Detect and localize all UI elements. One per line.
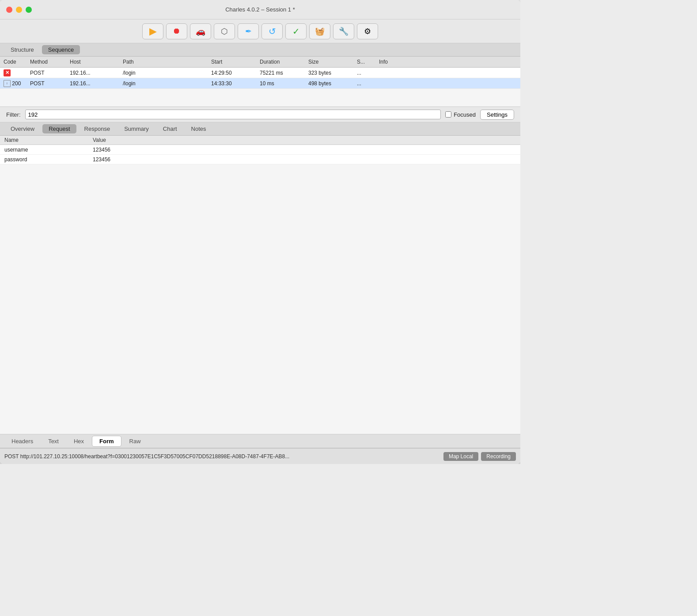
- detail-table: Name Value username 123456 password 1234…: [0, 136, 520, 164]
- status-url: POST http://101.227.10.25:10008/heartbea…: [4, 453, 441, 460]
- cell-host-1: 192.16...: [66, 69, 119, 77]
- col-start: Start: [208, 58, 256, 66]
- window-controls: [6, 7, 32, 13]
- basket-btn[interactable]: 🧺: [309, 23, 330, 39]
- focused-checkbox[interactable]: [445, 111, 451, 118]
- col-path: Path: [119, 58, 208, 66]
- detail-value-2: 123456: [88, 156, 520, 164]
- maximize-button[interactable]: [26, 7, 32, 13]
- table-row[interactable]: ✕ POST 192.16... /login 14:29:50 75221 m…: [0, 68, 520, 78]
- col-size: Size: [305, 58, 353, 66]
- cell-method-1: POST: [27, 69, 66, 77]
- table-header: Code Method Host Path Start Duration Siz…: [0, 57, 520, 68]
- statusbar: POST http://101.227.10.25:10008/heartbea…: [0, 448, 520, 464]
- col-host: Host: [66, 58, 119, 66]
- tools-btn[interactable]: 🔧: [333, 23, 354, 39]
- gear-btn[interactable]: ⚙: [357, 23, 378, 39]
- detail-value-1: 123456: [88, 146, 520, 154]
- tab-response[interactable]: Response: [78, 124, 117, 133]
- tab-form[interactable]: Form: [92, 436, 121, 447]
- tab-chart[interactable]: Chart: [157, 124, 183, 133]
- cell-code-2: i 200: [0, 79, 27, 88]
- filter-label: Filter:: [6, 111, 21, 118]
- pointer-btn[interactable]: ▶: [142, 23, 163, 39]
- main-spacer: [0, 164, 520, 434]
- toolbar: ▶ ⏺ 🚗 ⬡ ✒ ↺ ✓ 🧺 🔧 ⚙: [0, 19, 520, 43]
- cell-method-2: POST: [27, 80, 66, 87]
- cell-path-1: /login: [119, 69, 208, 77]
- cell-info-1: [375, 72, 520, 74]
- cell-path-2: /login: [119, 80, 208, 87]
- cell-s-2: ...: [353, 80, 375, 87]
- filter-bar: Filter: Focused Settings: [0, 106, 520, 122]
- table-body: ✕ POST 192.16... /login 14:29:50 75221 m…: [0, 68, 520, 89]
- cell-start-2: 14:33:30: [208, 80, 256, 87]
- detail-name-2: password: [0, 156, 88, 164]
- throttle-btn[interactable]: 🚗: [190, 23, 211, 39]
- cell-size-1: 323 bytes: [305, 69, 353, 77]
- refresh-btn[interactable]: ↺: [261, 23, 283, 39]
- tab-summary[interactable]: Summary: [118, 124, 155, 133]
- focused-label: Focused: [454, 111, 476, 118]
- tab-raw[interactable]: Raw: [122, 436, 148, 446]
- tab-notes[interactable]: Notes: [185, 124, 212, 133]
- cell-s-1: ...: [353, 69, 375, 77]
- cell-info-2: [375, 83, 520, 84]
- titlebar: Charles 4.0.2 – Session 1 *: [0, 0, 520, 19]
- tab-overview[interactable]: Overview: [4, 124, 41, 133]
- cell-start-1: 14:29:50: [208, 69, 256, 77]
- col-s: S...: [353, 58, 375, 66]
- detail-col-value: Value: [88, 136, 520, 144]
- window-title: Charles 4.0.2 – Session 1 *: [225, 6, 295, 13]
- tab-structure[interactable]: Structure: [4, 45, 40, 54]
- minimize-button[interactable]: [16, 7, 22, 13]
- error-icon: ✕: [4, 69, 11, 76]
- table-row[interactable]: i 200 POST 192.16... /login 14:33:30 10 …: [0, 78, 520, 89]
- pen-btn[interactable]: ✒: [238, 23, 259, 39]
- cell-host-2: 192.16...: [66, 80, 119, 87]
- tab-headers[interactable]: Headers: [4, 436, 40, 446]
- tab-request[interactable]: Request: [42, 124, 76, 133]
- focused-group: Focused: [445, 111, 476, 118]
- detail-name-1: username: [0, 146, 88, 154]
- detail-header: Name Value: [0, 136, 520, 145]
- detail-row[interactable]: username 123456: [0, 145, 520, 155]
- view-tabs: Structure Sequence: [0, 43, 520, 57]
- upper-spacer: [0, 89, 520, 106]
- col-code: Code: [0, 58, 27, 66]
- cell-duration-2: 10 ms: [256, 80, 305, 87]
- tab-sequence[interactable]: Sequence: [42, 45, 80, 54]
- tick-btn[interactable]: ✓: [285, 23, 307, 39]
- filter-input[interactable]: [25, 110, 441, 119]
- bottom-tabs: Headers Text Hex Form Raw: [0, 434, 520, 448]
- tab-hex[interactable]: Hex: [67, 436, 91, 446]
- close-button[interactable]: [6, 7, 12, 13]
- detail-tabs: Overview Request Response Summary Chart …: [0, 122, 520, 136]
- doc-icon: i: [4, 80, 11, 87]
- record-btn[interactable]: ⏺: [166, 23, 187, 39]
- col-info: Info: [375, 58, 520, 66]
- tab-text[interactable]: Text: [41, 436, 66, 446]
- cell-code-1: ✕: [0, 68, 27, 77]
- detail-row[interactable]: password 123456: [0, 155, 520, 164]
- recording-button[interactable]: Recording: [481, 452, 516, 461]
- col-duration: Duration: [256, 58, 305, 66]
- settings-button[interactable]: Settings: [480, 110, 514, 120]
- col-method: Method: [27, 58, 66, 66]
- detail-col-name: Name: [0, 136, 88, 144]
- cell-size-2: 498 bytes: [305, 80, 353, 87]
- cell-duration-1: 75221 ms: [256, 69, 305, 77]
- stop-btn[interactable]: ⬡: [214, 23, 235, 39]
- map-local-button[interactable]: Map Local: [443, 452, 478, 461]
